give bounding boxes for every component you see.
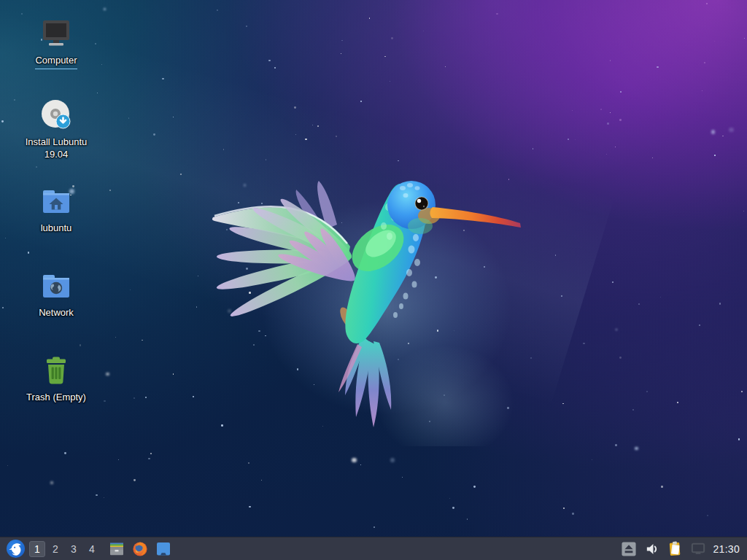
screen-icon	[690, 540, 707, 557]
blue-monitor-launcher[interactable]	[154, 540, 172, 558]
firefox-launcher[interactable]	[131, 540, 149, 558]
start-menu-button[interactable]	[6, 539, 26, 559]
lubuntu-logo-icon	[6, 539, 26, 559]
desktop: Computer Install Lubuntu 19.04 lubuntu	[0, 0, 747, 560]
computer-monitor-icon	[39, 16, 74, 51]
screen-power-tray-button[interactable]	[690, 540, 707, 557]
desktop-icon-trash[interactable]: Trash (Empty)	[13, 353, 99, 404]
taskbar: 1 2 3 4	[0, 537, 747, 560]
desktop-icon-label: Trash (Empty)	[26, 392, 86, 404]
volume-icon	[644, 541, 660, 557]
file-manager-icon	[108, 540, 125, 558]
eject-icon	[621, 541, 637, 557]
network-folder-icon	[39, 268, 74, 303]
file-manager-launcher[interactable]	[107, 540, 125, 558]
system-tray	[620, 540, 707, 557]
desktop-icon-computer[interactable]: Computer	[13, 16, 99, 69]
clipboard-tray-button[interactable]	[667, 540, 684, 557]
clock[interactable]: 21:30	[713, 543, 743, 555]
desktop-icon-install-lubuntu[interactable]: Install Lubuntu 19.04	[13, 98, 99, 160]
workspace-switcher: 1 2 3 4	[29, 541, 100, 557]
desktop-icon-label: Computer	[35, 55, 77, 69]
desktop-icon-network[interactable]: Network	[13, 268, 99, 319]
desktop-icon-label: Network	[39, 307, 74, 319]
hummingbird-artwork	[204, 162, 525, 446]
workspace-button-1[interactable]: 1	[29, 541, 45, 557]
installer-disc-icon	[39, 98, 74, 133]
quick-launch	[107, 540, 172, 558]
firefox-icon	[131, 540, 149, 558]
trash-can-icon	[39, 353, 74, 388]
desktop-icon-home[interactable]: lubuntu	[13, 184, 99, 235]
clipboard-icon	[667, 540, 684, 557]
blue-monitor-icon	[155, 540, 172, 558]
eject-tray-button[interactable]	[620, 540, 637, 557]
home-folder-icon	[39, 184, 74, 219]
workspace-button-2[interactable]: 2	[47, 541, 63, 557]
workspace-button-3[interactable]: 3	[66, 541, 82, 557]
workspace-button-4[interactable]: 4	[84, 541, 100, 557]
desktop-icon-label: lubuntu	[41, 222, 72, 235]
desktop-icon-label: Install Lubuntu 19.04	[15, 136, 97, 160]
volume-tray-button[interactable]	[643, 540, 660, 557]
